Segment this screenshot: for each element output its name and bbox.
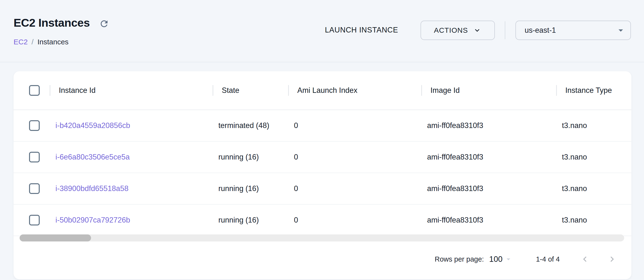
horizontal-scrollbar[interactable]	[20, 234, 624, 241]
breadcrumb: EC2 / Instances	[14, 38, 68, 46]
instance-id-link[interactable]: i-50b02907ca792726b	[56, 216, 130, 224]
actions-menu-label: ACTIONS	[434, 26, 468, 35]
row-checkbox[interactable]	[29, 183, 40, 194]
breadcrumb-separator: /	[32, 38, 34, 46]
arrow-dropdown-icon	[616, 25, 626, 36]
header-divider	[505, 21, 505, 39]
column-separator	[50, 85, 50, 96]
column-header-label: Image Id	[430, 86, 460, 95]
arrow-dropdown-icon	[502, 255, 513, 263]
ami-launch-index-cell: 0	[288, 173, 421, 204]
row-checkbox[interactable]	[29, 215, 40, 225]
column-header-label: Instance Type	[565, 86, 612, 95]
previous-page-button[interactable]	[578, 252, 592, 266]
region-select-value: us-east-1	[525, 26, 556, 35]
instance-type-cell: t3.nano	[556, 173, 632, 204]
next-page-button[interactable]	[605, 252, 619, 266]
instance-id-link[interactable]: i-b420a4559a20856cb	[56, 121, 130, 130]
instance-type-cell: t3.nano	[556, 110, 632, 141]
column-header-label: State	[222, 86, 239, 95]
column-header-state[interactable]: State	[212, 71, 288, 110]
row-checkbox[interactable]	[29, 120, 40, 131]
column-header-label: Ami Launch Index	[297, 86, 357, 95]
column-separator	[556, 85, 557, 96]
pagination: Rows per page: 100 1-4 of 4	[434, 241, 619, 277]
state-cell: running (16)	[212, 142, 288, 173]
chevron-right-icon	[607, 254, 617, 264]
image-id-cell: ami-ff0fea8310f3	[421, 173, 556, 204]
column-separator	[421, 85, 422, 96]
state-cell: running (16)	[212, 205, 288, 236]
launch-instance-button[interactable]: LAUNCH INSTANCE	[322, 23, 401, 37]
table-row: i-b420a4559a20856cb terminated (48) 0 am…	[14, 110, 632, 142]
column-separator	[212, 85, 213, 96]
row-checkbox[interactable]	[29, 152, 40, 162]
image-id-cell: ami-ff0fea8310f3	[421, 142, 556, 173]
column-header-image-id[interactable]: Image Id	[421, 71, 556, 110]
table-header-row: Instance Id State Ami Launch Index Image…	[14, 71, 632, 110]
column-header-instance-type[interactable]: Instance Type	[556, 71, 632, 110]
rows-per-page-select[interactable]: 100	[489, 254, 513, 264]
ami-launch-index-cell: 0	[288, 205, 421, 236]
instance-type-cell: t3.nano	[556, 205, 632, 236]
instance-id-link[interactable]: i-38900bdfd65518a58	[56, 184, 128, 193]
instances-card: Instance Id State Ami Launch Index Image…	[14, 71, 632, 279]
ami-launch-index-cell: 0	[288, 142, 421, 173]
refresh-icon	[99, 19, 109, 29]
refresh-button[interactable]	[98, 18, 110, 30]
select-all-checkbox[interactable]	[29, 85, 40, 96]
column-header-instance-id[interactable]: Instance Id	[50, 71, 212, 110]
breadcrumb-ec2-link[interactable]: EC2	[14, 38, 28, 46]
breadcrumb-current: Instances	[38, 38, 68, 46]
actions-menu-button[interactable]: ACTIONS	[420, 21, 495, 40]
table-row: i-50b02907ca792726b running (16) 0 ami-f…	[14, 205, 632, 236]
rows-per-page-label: Rows per page:	[434, 255, 484, 263]
scrollbar-thumb[interactable]	[20, 234, 91, 241]
chevron-down-icon	[473, 26, 482, 35]
page-title: EC2 Instances	[14, 16, 90, 29]
image-id-cell: ami-ff0fea8310f3	[421, 205, 556, 236]
image-id-cell: ami-ff0fea8310f3	[421, 110, 556, 141]
pagination-range: 1-4 of 4	[536, 255, 560, 263]
state-cell: running (16)	[212, 173, 288, 204]
table-row: i-38900bdfd65518a58 running (16) 0 ami-f…	[14, 173, 632, 205]
instance-type-cell: t3.nano	[556, 142, 632, 173]
chevron-left-icon	[580, 254, 590, 264]
column-header-label: Instance Id	[59, 86, 96, 95]
column-header-ami-launch-index[interactable]: Ami Launch Index	[288, 71, 421, 110]
rows-per-page-value: 100	[489, 254, 502, 264]
page-header: EC2 Instances EC2 / Instances LAUNCH INS…	[0, 0, 644, 62]
table-row: i-6e6a80c3506e5ce5a running (16) 0 ami-f…	[14, 142, 632, 173]
column-separator	[288, 85, 289, 96]
ami-launch-index-cell: 0	[288, 110, 421, 141]
state-cell: terminated (48)	[212, 110, 288, 141]
region-select[interactable]: us-east-1	[516, 21, 631, 40]
instance-id-link[interactable]: i-6e6a80c3506e5ce5a	[56, 153, 130, 161]
